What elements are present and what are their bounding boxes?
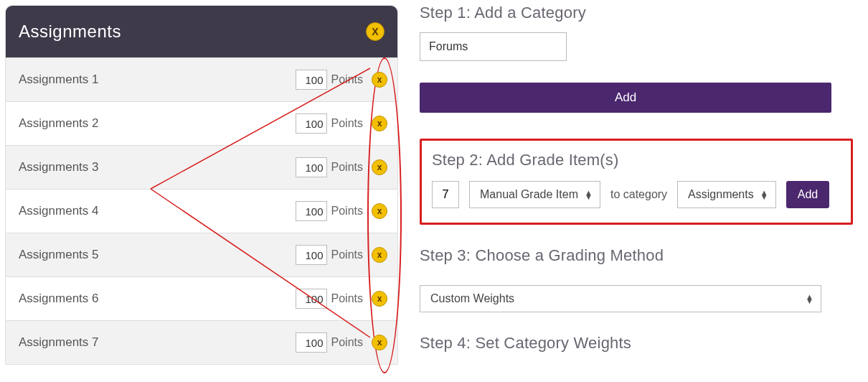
delete-assignment-button[interactable]: x [372,203,387,219]
grade-item-type-value: Manual Grade Item [480,188,578,201]
steps-panel: Step 1: Add a Category Add Step 2: Add G… [420,4,854,363]
delete-assignment-button[interactable]: x [372,72,387,88]
step4-heading: Step 4: Set Category Weights [420,334,854,353]
assignment-name: Assignments 2 [19,116,99,131]
step1-heading: Step 1: Add a Category [420,4,854,22]
assignment-row-controls: Pointsx [296,201,387,221]
grade-item-count-input[interactable] [432,181,459,208]
target-category-value: Assignments [688,188,754,201]
caret-icon: ▲▼ [585,191,593,199]
assignment-name: Assignments 7 [19,335,99,350]
step2-controls: Manual Grade Item ▲▼ to category Assignm… [432,181,841,208]
points-label: Points [331,161,363,174]
assignment-row: Assignments 2Pointsx [6,101,397,145]
points-label: Points [331,248,363,261]
points-label: Points [331,205,363,218]
step2-section: Step 2: Add Grade Item(s) Manual Grade I… [420,139,853,225]
points-input[interactable] [296,70,327,90]
assignment-row-controls: Pointsx [296,332,387,353]
assignment-name: Assignments 5 [19,248,99,262]
points-input[interactable] [296,289,327,309]
assignments-panel: Assignments X Assignments 1PointsxAssign… [5,5,398,365]
target-category-select[interactable]: Assignments ▲▼ [677,181,776,208]
category-name-input[interactable] [420,32,567,61]
assignment-name: Assignments 3 [19,160,99,174]
assignment-row-controls: Pointsx [296,113,387,134]
points-input[interactable] [296,113,327,134]
grading-method-select[interactable]: Custom Weights ▲▼ [420,285,821,312]
delete-assignment-button[interactable]: x [372,291,387,307]
caret-icon: ▲▼ [806,295,813,303]
assignment-row: Assignments 6Pointsx [6,276,397,320]
assignment-row-controls: Pointsx [296,157,387,177]
points-input[interactable] [296,332,327,353]
assignment-name: Assignments 4 [19,204,99,218]
points-input[interactable] [296,245,327,265]
points-label: Points [331,117,363,130]
add-category-button[interactable]: Add [420,83,831,113]
delete-assignment-button[interactable]: x [372,159,387,175]
assignment-row: Assignments 5Pointsx [6,233,397,276]
assignment-row-controls: Pointsx [296,70,387,90]
assignment-row: Assignments 7Pointsx [6,320,397,364]
assignment-name: Assignments 6 [19,292,99,306]
step3-section: Step 3: Choose a Grading Method Custom W… [420,246,854,312]
category-header: Assignments X [6,6,397,57]
points-label: Points [331,73,363,86]
caret-icon: ▲▼ [760,191,768,199]
assignment-name: Assignments 1 [19,73,99,87]
assignment-row: Assignments 1Pointsx [6,57,397,101]
delete-assignment-button[interactable]: x [372,335,387,350]
step2-heading: Step 2: Add Grade Item(s) [432,151,841,169]
delete-category-button[interactable]: X [366,22,385,41]
grading-method-value: Custom Weights [430,292,514,305]
category-title: Assignments [19,22,121,42]
assignment-row-controls: Pointsx [296,245,387,265]
assignment-row-controls: Pointsx [296,289,387,309]
points-label: Points [331,292,363,305]
assignment-row: Assignments 4Pointsx [6,189,397,233]
grade-item-type-select[interactable]: Manual Grade Item ▲▼ [469,181,600,208]
step4-section: Step 4: Set Category Weights [420,334,854,353]
delete-assignment-button[interactable]: x [372,116,387,131]
points-input[interactable] [296,201,327,221]
add-grade-item-button[interactable]: Add [786,181,829,208]
points-input[interactable] [296,157,327,177]
step3-heading: Step 3: Choose a Grading Method [420,246,854,265]
step1-section: Step 1: Add a Category Add [420,4,854,113]
points-label: Points [331,336,363,349]
delete-assignment-button[interactable]: x [372,247,387,263]
assignment-list: Assignments 1PointsxAssignments 2Pointsx… [6,57,397,364]
to-category-label: to category [610,188,667,201]
assignment-row: Assignments 3Pointsx [6,145,397,189]
